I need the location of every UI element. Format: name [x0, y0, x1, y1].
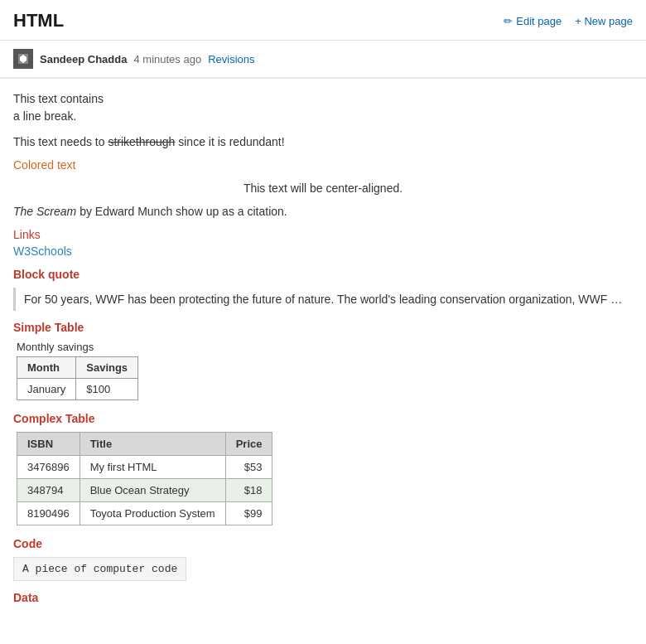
edit-page-button[interactable]: ✏ Edit page [504, 15, 562, 27]
new-page-button[interactable]: + New page [575, 15, 633, 27]
blockquote-heading: Block quote [13, 268, 633, 281]
header-bar: HTML ✏ Edit page + New page [0, 0, 646, 41]
simple-table-header-row: Month Savings [17, 357, 138, 379]
price-3: $99 [225, 502, 272, 525]
table-row: 8190496 Toyota Production System $99 [17, 502, 272, 525]
simple-table: Month Savings January $100 [17, 356, 138, 400]
blockquote: For 50 years, WWF has been protecting th… [13, 288, 633, 311]
data-heading: Data [13, 591, 633, 604]
edit-page-label: Edit page [516, 15, 562, 27]
line-break-line2: a line break. [13, 109, 76, 123]
title-2: Blue Ocean Strategy [80, 479, 225, 502]
complex-table-col-isbn: ISBN [17, 433, 80, 456]
edit-icon: ✏ [504, 15, 513, 27]
avatar [13, 49, 33, 69]
complex-table-heading: Complex Table [13, 412, 633, 425]
simple-table-col-month: Month [17, 357, 76, 379]
title-1: My first HTML [80, 456, 225, 479]
complex-table: ISBN Title Price 3476896 My first HTML $… [17, 432, 272, 525]
strikethrough-prefix: This text needs to [13, 135, 108, 148]
simple-table-cell-savings: $100 [76, 379, 138, 400]
price-1: $53 [225, 456, 272, 479]
citation-text: The Scream by Edward Munch show up as a … [13, 205, 633, 218]
citation-em: The Scream [13, 205, 76, 218]
isbn-3: 8190496 [17, 502, 80, 525]
table-row: January $100 [17, 379, 138, 400]
page-title: HTML [13, 10, 64, 31]
complex-table-col-price: Price [225, 433, 272, 456]
center-aligned-text: This text will be center-aligned. [13, 182, 633, 195]
code-heading: Code [13, 537, 633, 550]
simple-table-caption: Monthly savings [17, 341, 633, 353]
isbn-1: 3476896 [17, 456, 80, 479]
title-3: Toyota Production System [80, 502, 225, 525]
simple-table-col-savings: Savings [76, 357, 138, 379]
w3schools-link[interactable]: W3Schools [13, 245, 633, 258]
time-ago: 4 minutes ago [133, 53, 201, 65]
meta-bar: Sandeep Chadda 4 minutes ago Revisions [0, 41, 646, 78]
line-break-text: This text contains a line break. [13, 90, 633, 125]
strikethrough-word: strikethrough [108, 135, 175, 148]
author-name: Sandeep Chadda [40, 53, 127, 65]
citation-rest: by Edward Munch show up as a citation. [76, 205, 287, 218]
isbn-2: 348794 [17, 479, 80, 502]
content-area: This text contains a line break. This te… [0, 79, 646, 622]
line-break-line1: This text contains [13, 92, 104, 105]
colored-text: Colored text [13, 158, 633, 172]
strikethrough-suffix: since it is redundant! [175, 135, 284, 148]
revisions-link[interactable]: Revisions [208, 53, 254, 65]
code-block: A piece of computer code [13, 557, 186, 581]
links-heading: Links [13, 228, 633, 241]
price-2: $18 [225, 479, 272, 502]
simple-table-heading: Simple Table [13, 321, 633, 334]
complex-table-col-title: Title [80, 433, 225, 456]
complex-table-header-row: ISBN Title Price [17, 433, 272, 456]
new-page-label: + New page [575, 15, 633, 27]
table-row: 3476896 My first HTML $53 [17, 456, 272, 479]
simple-table-cell-month: January [17, 379, 76, 400]
strikethrough-text: This text needs to strikethrough since i… [13, 135, 633, 148]
header-actions: ✏ Edit page + New page [504, 15, 633, 27]
table-row: 348794 Blue Ocean Strategy $18 [17, 479, 272, 502]
